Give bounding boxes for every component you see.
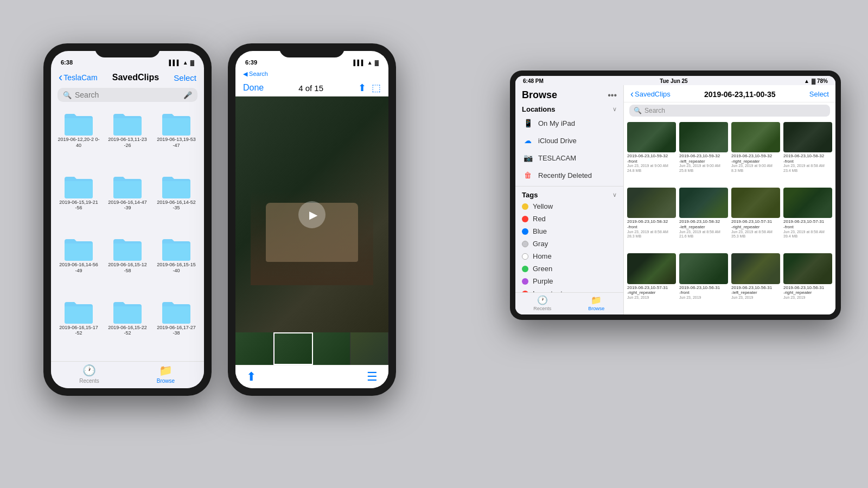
list-item[interactable]: 2019-06-16,15-22 -52 [104, 297, 151, 357]
tag-yellow[interactable]: Yellow [515, 200, 623, 213]
file-item-11[interactable]: 2019-06-23,10-56-31-left_repeater Jun 23… [731, 253, 780, 311]
list-item[interactable]: 2019-06-16,15-12 -58 [104, 234, 151, 294]
recents-icon: 🕐 [537, 295, 548, 305]
tags-chevron: ∨ [612, 191, 617, 198]
phone2-device: 6:39 ▌▌▌ ▲ ▓ ◀ Search Done 4 of 15 ⬆ ⬚ [228, 43, 396, 396]
phone1-select-button[interactable]: Select [174, 73, 196, 82]
file-item-3[interactable]: 2019-06-23,10-59-32-right_repeater Jun 2… [731, 122, 780, 184]
tag-purple[interactable]: Purple [515, 275, 623, 287]
tag-red[interactable]: Red [515, 213, 623, 225]
file-item-9[interactable]: 2019-06-23,10-57-31-right_repeater Jun 2… [627, 253, 676, 311]
phone2-nav-bar: Done 4 of 15 ⬆ ⬚ [235, 79, 388, 97]
file-item-6[interactable]: 2019-06-23,10-58-32-left_repeater Jun 23… [679, 188, 728, 250]
search-icon: 🔍 [634, 107, 642, 114]
list-item[interactable]: 2019-06-13,19-53 -47 [153, 108, 200, 169]
folder-icon [63, 111, 94, 136]
list-item[interactable]: 2019-06-16,14-47 -39 [104, 171, 151, 232]
file-date-12: Jun 23, 2019 [783, 296, 832, 300]
file-item-5[interactable]: 2019-06-23,10-58-32-front Jun 23, 2019 a… [627, 188, 676, 250]
done-button[interactable]: Done [243, 83, 264, 93]
sidebar-item-on-my-ipad[interactable]: 📱 On My iPad [515, 114, 623, 132]
sidebar-item-label: On My iPad [538, 119, 575, 127]
signal-icon: ▌▌▌ [169, 60, 181, 66]
folder-icon [161, 299, 192, 324]
tablet-date: Tue Jun 25 [660, 78, 688, 84]
sidebar-item-recently-deleted[interactable]: 🗑 Recently Deleted [515, 166, 623, 184]
file-date-7: Jun 23, 2019 at 8:58 AM35.3 MB [731, 230, 780, 239]
locations-chevron: ∨ [612, 106, 617, 113]
list-item[interactable]: 2019-06-16,15-17 -52 [55, 297, 102, 357]
list-item[interactable]: 2019-06-12,20-2 0-40 [55, 108, 102, 169]
filmstrip-thumb-4[interactable] [350, 332, 388, 365]
file-item-2[interactable]: 2019-06-23,10-59-32-left_repeater Jun 23… [679, 122, 728, 184]
list-item[interactable]: 2019-06-16,14-52 -35 [153, 171, 200, 232]
grid-icon[interactable]: ⬚ [372, 82, 381, 94]
sidebar-item-icloud-drive[interactable]: ☁ iCloud Drive [515, 132, 623, 149]
phone1-search-bar[interactable]: 🔍 🎤 [58, 88, 197, 102]
yellow-dot [522, 203, 528, 210]
folder-label: 2019-06-16,15-17 -52 [56, 325, 101, 337]
tags-section-header[interactable]: Tags ∨ [515, 189, 623, 200]
file-date-5: Jun 23, 2019 at 8:58 AM28.3 MB [627, 230, 676, 239]
file-thumbnail-3 [731, 122, 780, 152]
tab-browse[interactable]: 📁 Browse [127, 364, 204, 384]
file-item-10[interactable]: 2019-06-23,10-56-31-front Jun 23, 2019 [679, 253, 728, 311]
phone1-back-button[interactable]: TeslaCam [59, 72, 98, 84]
phone2-screen: 6:39 ▌▌▌ ▲ ▓ ◀ Search Done 4 of 15 ⬆ ⬚ [235, 51, 388, 388]
tablet-select-button[interactable]: Select [809, 90, 829, 98]
locations-section-header[interactable]: Locations ∨ [515, 103, 623, 114]
play-button[interactable] [298, 201, 326, 228]
tablet-status-icons: ▲ ▓ 78% [804, 78, 828, 84]
folder-icon [161, 111, 192, 136]
filmstrip-thumb-3[interactable] [313, 332, 351, 365]
file-item-8[interactable]: 2019-06-23,10-57-31-front Jun 23, 2019 a… [783, 188, 832, 250]
phone1-screen: 6:38 ▌▌▌ ▲ ▓ TeslaCam SavedClips Select … [51, 51, 204, 388]
tag-label: Green [533, 265, 552, 273]
filmstrip-thumb-2[interactable] [273, 332, 313, 365]
mic-icon[interactable]: 🎤 [183, 91, 192, 99]
file-item-7[interactable]: 2019-06-23,10-57-31-right_repeater Jun 2… [731, 188, 780, 250]
tablet-back-button[interactable]: SavedClips [630, 88, 671, 100]
list-item[interactable]: 2019-06-16,14-56 -49 [55, 234, 102, 294]
list-item[interactable]: 2019-06-16,15-15 -40 [153, 234, 200, 294]
tag-label: Home [533, 252, 552, 260]
tag-important[interactable]: Important [515, 287, 623, 292]
file-name-7: 2019-06-23,10-57-31-right_repeater [731, 219, 780, 229]
file-thumbnail-9 [627, 253, 676, 284]
tag-green[interactable]: Green [515, 262, 623, 275]
file-item-12[interactable]: 2019-06-23,10-56-31-right_repeater Jun 2… [783, 253, 832, 311]
file-item-1[interactable]: 2019-06-23,10-59-32-front Jun 23, 2019 a… [627, 122, 676, 184]
phone1-search-input[interactable] [75, 91, 180, 99]
folder-label: 2019-06-16,15-22 -52 [105, 325, 150, 337]
upload-icon[interactable]: ⬆ [358, 82, 366, 94]
tag-blue[interactable]: Blue [515, 225, 623, 237]
video-player-area[interactable] [235, 97, 388, 332]
file-name-10: 2019-06-23,10-56-31-front [679, 285, 728, 296]
folder-icon [63, 174, 94, 198]
share-button[interactable]: ⬆ [246, 370, 256, 384]
list-view-button[interactable]: ☰ [367, 370, 378, 384]
sidebar-item-teslacam[interactable]: 📷 TESLACAM [515, 149, 623, 166]
phone1-nav-bar: TeslaCam SavedClips Select [51, 70, 204, 86]
file-date-1: Jun 23, 2019 at 9:00 AM24.8 MB [627, 164, 676, 173]
sidebar-divider [515, 186, 623, 187]
filmstrip-thumb-1[interactable] [235, 332, 273, 365]
sidebar-tab-browse[interactable]: 📁 Browse [570, 295, 624, 311]
list-item[interactable]: 2019-06-16,17-27 -38 [153, 297, 200, 357]
sidebar-more-button[interactable]: ••• [608, 91, 617, 100]
tablet-search-bar[interactable]: 🔍 Search [629, 105, 830, 117]
sidebar-title: Browse [522, 89, 557, 101]
filmstrip[interactable] [235, 332, 388, 365]
tab-recents[interactable]: 🕐 Recents [51, 364, 127, 384]
tablet-battery-icon: ▓ 78% [812, 78, 828, 84]
list-item[interactable]: 2019-06-13,11-23 -26 [104, 108, 151, 169]
tag-home[interactable]: Home [515, 250, 623, 262]
phone1-notch [95, 43, 160, 57]
sidebar-tab-recents[interactable]: 🕐 Recents [515, 295, 570, 311]
tag-gray[interactable]: Gray [515, 237, 623, 250]
tablet-search-placeholder: Search [644, 107, 665, 114]
file-name-5: 2019-06-23,10-58-32-front [627, 219, 676, 229]
file-item-4[interactable]: 2019-06-23,10-58-32-front Jun 23, 2019 a… [783, 122, 832, 184]
phone2-time: 6:39 [245, 59, 257, 66]
list-item[interactable]: 2019-06-15,19-21 -56 [55, 171, 102, 232]
